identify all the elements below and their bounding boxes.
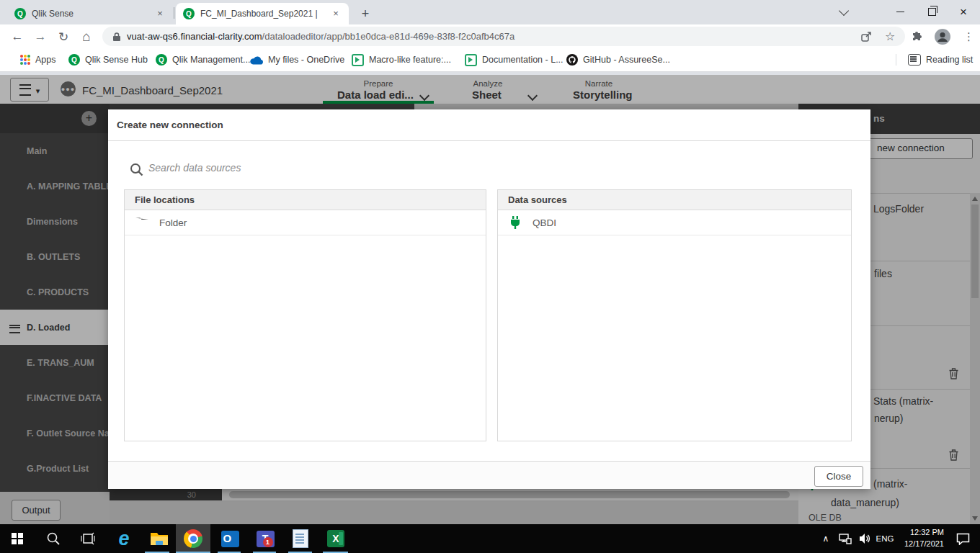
extensions-puzzle-icon[interactable] — [912, 31, 924, 42]
tab-separator — [174, 7, 174, 19]
teams-notification-badge: 1 — [263, 537, 273, 547]
profile-avatar[interactable] — [934, 28, 951, 45]
url-omnibox[interactable]: vuat-aw-qs6.financial-clarity.com/datalo… — [102, 27, 905, 46]
data-sources-column: Data sources QBDI — [497, 189, 852, 441]
action-center-button[interactable] — [950, 524, 976, 553]
browser-menu-kebab-icon[interactable] — [963, 30, 974, 43]
bookmark-onedrive[interactable]: My files - OneDrive — [249, 48, 344, 71]
new-tab-button[interactable] — [356, 5, 375, 24]
browser-address-bar: vuat-aw-qs6.financial-clarity.com/datalo… — [0, 24, 980, 48]
browser-tab-strip: Q Qlik Sense Q FC_MI_Dashboard_Sep2021 |… — [0, 0, 980, 24]
taskbar-teams-button[interactable]: T1 — [248, 524, 282, 553]
file-explorer-icon — [150, 531, 169, 547]
back-icon[interactable] — [8, 27, 27, 46]
browser-tab-qlik-sense[interactable]: Q Qlik Sense — [7, 3, 173, 24]
plug-icon — [508, 215, 522, 230]
tab-title: Qlik Sense — [32, 9, 74, 19]
close-button[interactable]: Close — [814, 466, 863, 487]
reading-list-label: Reading list — [926, 55, 973, 65]
bookmark-label: Apps — [35, 55, 56, 65]
tray-language-button[interactable]: ENG — [873, 524, 896, 553]
window-restore-button[interactable] — [915, 0, 948, 24]
bookmark-label: Documentation - L... — [482, 55, 564, 65]
folder-connection-item[interactable]: Folder — [125, 210, 486, 235]
outlook-icon — [221, 531, 239, 547]
screen: Q Qlik Sense Q FC_MI_Dashboard_Sep2021 |… — [0, 0, 980, 553]
url-text: vuat-aw-qs6.financial-clarity.com/datalo… — [127, 31, 514, 42]
start-button[interactable] — [0, 524, 35, 553]
taskbar-notepad-button[interactable] — [283, 524, 318, 553]
window-close-button[interactable] — [947, 0, 980, 24]
clock-date: 12/17/2021 — [896, 538, 944, 549]
modal-title: Create new connection — [117, 120, 223, 130]
bookmark-label: Qlik Management... — [172, 55, 250, 65]
browser-tab-dashboard[interactable]: Q FC_MI_Dashboard_Sep2021 | Dat — [176, 3, 349, 24]
tab-search-chevron-icon[interactable] — [827, 0, 860, 24]
taskbar-excel-button[interactable]: X — [318, 524, 353, 553]
file-locations-column: File locations Folder — [124, 189, 486, 441]
bookmark-label: GitHub - AssureeSe... — [583, 55, 670, 65]
green-doc-icon — [465, 54, 477, 66]
search-icon — [130, 163, 143, 176]
bookmark-apps[interactable]: Apps — [20, 48, 56, 71]
bookmark-label: My files - OneDrive — [268, 55, 344, 65]
reading-list-icon — [908, 54, 921, 66]
taskbar-outlook-button[interactable] — [213, 524, 247, 553]
window-minimize-button[interactable] — [883, 0, 917, 24]
search-input[interactable] — [147, 161, 553, 174]
create-connection-modal: Create new connection File locations Fol… — [108, 109, 870, 489]
file-locations-header: File locations — [125, 190, 486, 210]
speaker-icon — [859, 533, 872, 544]
apps-grid-icon — [20, 55, 30, 65]
language-label: ENG — [876, 534, 894, 543]
github-icon — [566, 54, 578, 66]
tab-close-icon[interactable] — [154, 8, 166, 19]
windows-logo-icon — [12, 533, 23, 544]
bookmark-qlik-sense-hub[interactable]: Q Qlik Sense Hub — [68, 48, 148, 71]
url-domain: vuat-aw-qs6.financial-clarity.com — [127, 31, 262, 42]
teams-icon: T1 — [257, 531, 275, 547]
reading-list-button[interactable]: Reading list — [908, 48, 973, 71]
bookmark-github[interactable]: GitHub - AssureeSe... — [566, 48, 670, 71]
qbdi-connection-item[interactable]: QBDI — [498, 210, 851, 235]
task-view-icon — [81, 532, 95, 545]
share-icon[interactable] — [860, 31, 872, 42]
home-icon[interactable] — [77, 27, 96, 46]
tray-clock[interactable]: 12:32 PM 12/17/2021 — [896, 526, 944, 549]
modal-footer: Close — [108, 461, 870, 489]
data-sources-header: Data sources — [498, 190, 851, 210]
action-center-chat-icon — [956, 533, 970, 545]
close-label: Close — [827, 471, 852, 482]
forward-icon[interactable] — [31, 27, 50, 46]
bookmark-macro-feature[interactable]: Macro-like feature:... — [352, 48, 451, 71]
bookmark-star-icon[interactable] — [885, 30, 895, 43]
qlik-favicon-icon: Q — [156, 54, 167, 66]
tab-title: FC_MI_Dashboard_Sep2021 | Dat — [200, 9, 319, 19]
tab-close-icon[interactable] — [330, 8, 342, 19]
search-icon — [46, 531, 61, 546]
lock-icon — [112, 32, 121, 42]
item-label: Folder — [159, 217, 187, 228]
taskbar-search-button[interactable] — [36, 524, 71, 553]
taskbar-chrome-button-active[interactable] — [176, 524, 210, 553]
qlik-favicon-icon: Q — [68, 54, 80, 66]
bookmark-documentation[interactable]: Documentation - L... — [465, 48, 564, 71]
bookmark-label: Macro-like feature:... — [369, 55, 451, 65]
green-doc-icon — [352, 54, 364, 66]
url-path: /dataloadeditor/app/bb1e0dca-e81d-469e-8… — [262, 31, 515, 42]
network-icon — [839, 533, 852, 544]
qlik-favicon-icon: Q — [183, 8, 195, 19]
taskbar-file-explorer-button[interactable] — [142, 524, 177, 553]
clock-time: 12:32 PM — [896, 526, 944, 538]
bookmark-qlik-management[interactable]: Q Qlik Management... — [156, 48, 250, 71]
notepad-icon — [293, 529, 308, 548]
onedrive-cloud-icon — [249, 55, 263, 65]
taskbar-ie-button[interactable]: e — [107, 524, 141, 553]
task-view-button[interactable] — [71, 524, 105, 553]
reload-icon[interactable] — [54, 27, 73, 46]
folder-icon — [135, 217, 149, 228]
bookmarks-bar: Apps Q Qlik Sense Hub Q Qlik Management.… — [0, 48, 980, 72]
bookmark-label: Qlik Sense Hub — [85, 55, 148, 65]
tray-network-button[interactable] — [834, 524, 856, 553]
item-label: QBDI — [533, 217, 556, 228]
